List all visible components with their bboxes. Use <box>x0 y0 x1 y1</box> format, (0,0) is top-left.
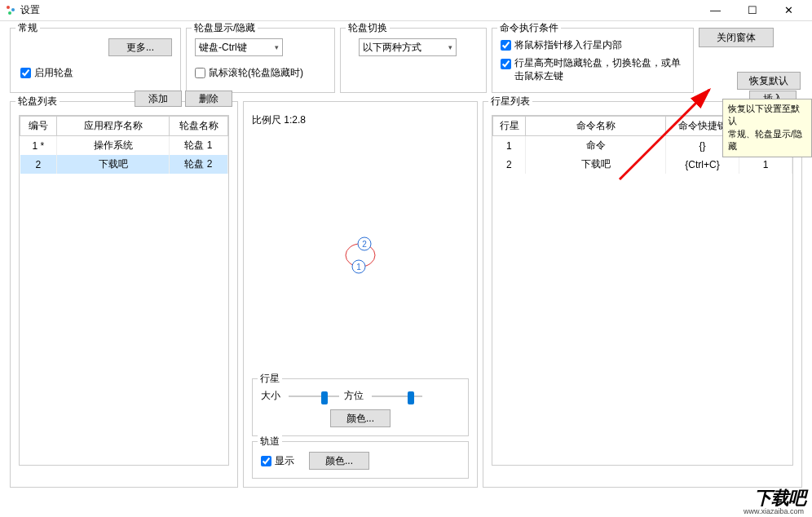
wheel-list-title: 轮盘列表 <box>15 95 60 108</box>
size-slider[interactable] <box>289 390 339 403</box>
add-button[interactable]: 添加 <box>135 91 182 107</box>
maximize-button[interactable]: ☐ <box>734 0 770 21</box>
minimize-button[interactable]: — <box>697 0 734 21</box>
preview-panel: 比例尺 1:2.8 2 1 行星 大小 方位 <box>243 101 478 488</box>
svg-text:2: 2 <box>362 240 367 249</box>
svg-text:1: 1 <box>356 263 361 272</box>
star-group: 行星 大小 方位 颜色... <box>252 378 469 436</box>
star-color-button[interactable]: 颜色... <box>330 409 391 427</box>
group-display: 轮盘显示/隐藏 键盘-Ctrl键 ▾ 鼠标滚轮(轮盘隐藏时) <box>186 28 335 93</box>
orient-slider[interactable] <box>372 390 422 403</box>
group-general: 常规 更多... 启用轮盘 <box>10 28 181 93</box>
display-combo[interactable]: 键盘-Ctrl键 ▾ <box>195 38 283 56</box>
more-button[interactable]: 更多... <box>108 38 172 56</box>
close-window-button[interactable]: 关闭窗体 <box>699 28 774 47</box>
highlight-checkbox[interactable]: 行星高亮时隐藏轮盘，切换轮盘，或单击鼠标左键 <box>501 57 685 82</box>
chevron-down-icon: ▾ <box>448 43 452 51</box>
close-button[interactable]: ✕ <box>770 0 807 21</box>
table-row[interactable]: 2 下载吧 {Ctrl+C} 1 <box>493 155 792 174</box>
watermark-url: www.xiazaiba.com <box>744 507 804 515</box>
star-list-title: 行星列表 <box>488 95 532 108</box>
move-pointer-checkbox[interactable]: 将鼠标指针移入行星内部 <box>501 38 685 52</box>
restore-default-button[interactable]: 恢复默认 <box>737 72 801 90</box>
switch-combo[interactable]: 以下两种方式 ▾ <box>359 38 457 56</box>
group-switch: 轮盘切换 以下两种方式 ▾ <box>340 28 487 93</box>
wheel-table[interactable]: 编号 应用程序名称 轮盘名称 1 * 操作系统 轮盘 1 2 下载吧 轮盘 2 <box>20 116 228 174</box>
scale-label: 比例尺 1:2.8 <box>252 113 469 127</box>
group-display-title: 轮盘显示/隐藏 <box>192 21 258 35</box>
chevron-down-icon: ▾ <box>275 43 279 51</box>
group-general-title: 常规 <box>15 21 40 35</box>
table-row[interactable]: 1 * 操作系统 轮盘 1 <box>20 136 228 156</box>
show-orbit-checkbox[interactable]: 显示 <box>261 454 294 468</box>
orbit-color-button[interactable]: 颜色... <box>309 452 369 470</box>
star-list-panel: 行星列表 插入 行星 命令名称 命令快捷键 重复次数 1 命令 {} 1 <box>483 101 802 488</box>
enable-wheel-checkbox[interactable]: 启用轮盘 <box>20 66 73 80</box>
restore-tooltip: 恢复以下设置至默认 常规、轮盘显示/隐藏 <box>722 99 812 157</box>
app-icon <box>5 5 16 16</box>
window-title: 设置 <box>20 3 697 17</box>
group-cond-title: 命令执行条件 <box>497 21 561 35</box>
wheel-list-panel: 轮盘列表 添加 删除 编号 应用程序名称 轮盘名称 1 * 操作系统 轮盘 1 <box>10 101 238 488</box>
table-row[interactable]: 2 下载吧 轮盘 2 <box>20 155 228 174</box>
orbit-preview: 2 1 <box>252 132 469 373</box>
orbit-group: 轨道 显示 颜色... <box>252 441 469 479</box>
group-switch-title: 轮盘切换 <box>346 21 390 35</box>
mouse-scroll-checkbox[interactable]: 鼠标滚轮(轮盘隐藏时) <box>195 66 326 80</box>
group-condition: 命令执行条件 将鼠标指针移入行星内部 行星高亮时隐藏轮盘，切换轮盘，或单击鼠标左… <box>492 28 694 93</box>
delete-button[interactable]: 删除 <box>185 91 232 107</box>
